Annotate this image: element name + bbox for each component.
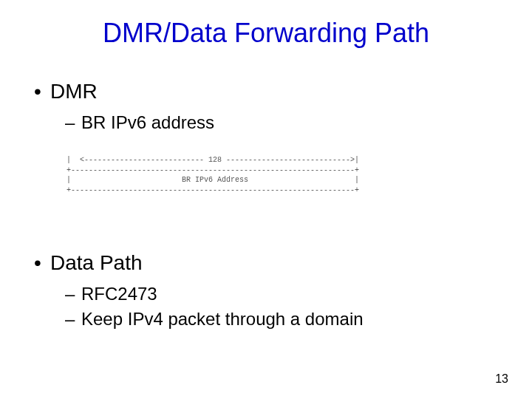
diagram-line-4: +---------------------------------------… [66,186,359,194]
bullet-dmr: •DMR [34,80,98,103]
slide: DMR/Data Forwarding Path •DMR –BR IPv6 a… [0,0,532,399]
dash-icon: – [65,284,81,304]
subbullet-rfc2473-text: RFC2473 [81,284,157,304]
subbullet-br-ipv6-text: BR IPv6 address [81,112,214,132]
diagram-line-3: | BR IPv6 Address | [66,176,359,184]
slide-title: DMR/Data Forwarding Path [0,18,532,49]
diagram-line-2: +---------------------------------------… [66,166,359,174]
page-number: 13 [495,372,508,386]
subbullet-keep-ipv4: –Keep IPv4 packet through a domain [65,309,364,330]
bullet-data-path: •Data Path [34,251,143,275]
subbullet-keep-ipv4-text: Keep IPv4 packet through a domain [81,309,364,329]
dash-icon: – [65,112,81,133]
diagram-line-1: | <--------------------------- 128 -----… [66,156,359,164]
bullet-dot-icon: • [34,80,50,103]
subbullet-rfc2473: –RFC2473 [65,284,157,304]
bullet-dmr-text: DMR [50,80,98,103]
ascii-diagram: | <--------------------------- 128 -----… [66,155,466,195]
bullet-data-path-text: Data Path [50,251,143,274]
bullet-dot-icon: • [34,251,50,275]
dash-icon: – [65,309,81,330]
subbullet-br-ipv6: –BR IPv6 address [65,112,214,133]
